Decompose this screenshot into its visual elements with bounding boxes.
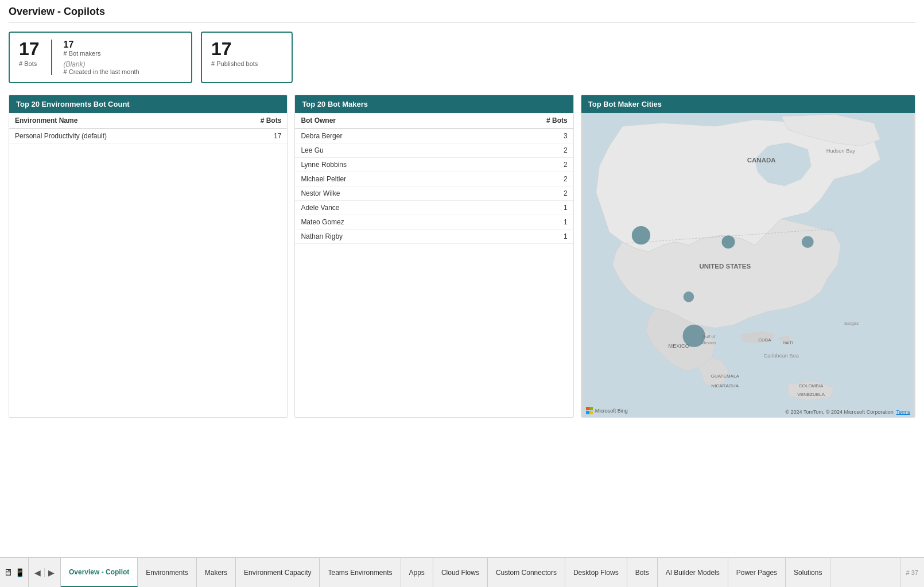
env-bots-header[interactable]: # Bots — [220, 113, 287, 129]
monitor-icon: 🖥 — [3, 567, 13, 578]
table-row: Debra Berger3 — [295, 129, 573, 143]
main-content: Overview - Copilots 17 # Bots 17 # Bot m… — [0, 0, 924, 557]
bing-sq-yellow — [589, 411, 593, 414]
table-row: Mateo Gomez1 — [295, 215, 573, 230]
map-dot-seattle — [632, 226, 650, 244]
svg-text:Caribbean Sea: Caribbean Sea — [763, 353, 799, 359]
maker-bots-cell: 2 — [472, 186, 573, 201]
maker-bots-cell: 3 — [472, 129, 573, 143]
bots-count-section: 17 # Bots — [19, 40, 52, 75]
map-dot-east — [802, 236, 814, 248]
tab-environments[interactable]: Environments — [138, 558, 196, 587]
maker-name-cell: Nathan Rigby — [295, 230, 472, 244]
map-dot-midwest — [721, 235, 735, 248]
tab-ai-builder-models[interactable]: AI Builder Models — [658, 558, 728, 587]
maker-name-cell: Debra Berger — [295, 129, 472, 143]
env-name-cell: Personal Productivity (default) — [9, 129, 220, 143]
table-row: Adele Vance1 — [295, 201, 573, 215]
tab-teams-environments[interactable]: Teams Environments — [320, 558, 401, 587]
maker-name-cell: Mateo Gomez — [295, 215, 472, 230]
bing-squares — [586, 407, 594, 415]
env-table: Environment Name # Bots Personal Product… — [9, 113, 287, 143]
svg-text:NICARAGUA: NICARAGUA — [711, 383, 739, 388]
svg-text:CUBA: CUBA — [758, 337, 771, 343]
map-dot-texas — [683, 291, 693, 302]
svg-text:MEXICO: MEXICO — [668, 343, 689, 349]
created-label: # Created in the last month — [64, 68, 139, 75]
table-row: Lynne Robbins2 — [295, 158, 573, 172]
makers-table: Bot Owner # Bots Debra Berger3Lee Gu2Lyn… — [295, 113, 573, 244]
maker-bots-cell: 1 — [472, 215, 573, 230]
tab-desktop-flows[interactable]: Desktop Flows — [565, 558, 627, 587]
svg-text:HAITI: HAITI — [783, 341, 793, 345]
tab-overview-copilot[interactable]: Overview - Copilot — [61, 558, 138, 587]
tab-custom-connectors[interactable]: Custom Connectors — [488, 558, 565, 587]
table-row: Michael Peltier2 — [295, 172, 573, 186]
bot-makers-panel: Top 20 Bot Makers Bot Owner # Bots Debra… — [294, 95, 573, 418]
tablet-icon: 📱 — [15, 568, 25, 577]
map-container: Caribbean Sea Gulf of Mexico CANADA Huds… — [581, 113, 915, 417]
table-row: Lee Gu2 — [295, 143, 573, 158]
nav-arrows: ◀ ▶ — [29, 558, 61, 587]
map-panel: Top Bot Maker Cities — [581, 95, 915, 418]
created-last-month-row: (Blank) # Created in the last month — [64, 60, 139, 75]
published-bots-number: 17 — [211, 40, 282, 58]
makers-bots-header[interactable]: # Bots — [472, 113, 573, 129]
maker-name-cell: Lee Gu — [295, 143, 472, 158]
bot-makers-label: # Bot makers — [64, 50, 139, 57]
maker-name-cell: Nestor Wilke — [295, 186, 472, 201]
map-attribution-right: © 2024 TomTom, © 2024 Microsoft Corporat… — [785, 409, 910, 415]
map-dot-mexico — [682, 325, 705, 347]
svg-text:COLOMBIA: COLOMBIA — [799, 383, 824, 388]
svg-text:VENEZUELA: VENEZUELA — [797, 392, 825, 397]
tab-power-pages[interactable]: Power Pages — [728, 558, 786, 587]
bots-label: # Bots — [19, 60, 40, 67]
tab-solutions[interactable]: Solutions — [786, 558, 830, 587]
svg-text:UNITED STATES: UNITED STATES — [699, 263, 751, 270]
maker-bots-cell: 1 — [472, 201, 573, 215]
bot-makers-number: 17 — [64, 40, 139, 50]
map-attribution: Microsoft Bing — [586, 407, 628, 415]
maker-bots-cell: 2 — [472, 158, 573, 172]
tab-cloud-flows[interactable]: Cloud Flows — [433, 558, 488, 587]
table-row: Nathan Rigby1 — [295, 230, 573, 244]
map-copyright: © 2024 TomTom, © 2024 Microsoft Corporat… — [785, 409, 893, 415]
svg-text:GUATEMALA: GUATEMALA — [711, 374, 740, 379]
bots-summary-card: 17 # Bots 17 # Bot makers (Blank) # Crea… — [9, 32, 192, 83]
map-svg: Caribbean Sea Gulf of Mexico CANADA Huds… — [581, 113, 915, 417]
bot-owner-header[interactable]: Bot Owner — [295, 113, 472, 129]
env-panel-header: Top 20 Environments Bot Count — [9, 95, 287, 113]
prev-tab-button[interactable]: ◀ — [31, 568, 45, 577]
page-title: Overview - Copilots — [9, 6, 915, 23]
tab-bots[interactable]: Bots — [627, 558, 658, 587]
table-row: Personal Productivity (default)17 — [9, 129, 287, 143]
bots-number: 17 — [19, 40, 40, 58]
tab-environment-capacity[interactable]: Environment Capacity — [236, 558, 320, 587]
next-tab-button[interactable]: ▶ — [45, 568, 58, 577]
maker-name-cell: Lynne Robbins — [295, 158, 472, 172]
env-bot-count-panel: Top 20 Environments Bot Count Environmen… — [9, 95, 288, 418]
tab-apps[interactable]: Apps — [401, 558, 433, 587]
published-bots-card: 17 # Published bots — [201, 32, 293, 83]
summary-row: 17 # Bots 17 # Bot makers (Blank) # Crea… — [9, 32, 915, 83]
svg-text:Hudson Bay: Hudson Bay — [826, 148, 856, 154]
bing-sq-green — [589, 407, 593, 410]
svg-text:CANADA: CANADA — [747, 157, 776, 164]
blank-label: (Blank) — [64, 60, 139, 68]
footer-page-info: # 37 — [900, 558, 924, 587]
table-row: Nestor Wilke2 — [295, 186, 573, 201]
bot-makers-row: 17 # Bot makers — [64, 40, 139, 57]
bing-label: Microsoft Bing — [595, 408, 628, 414]
footer-tabs: Overview - CopilotEnvironmentsMakersEnvi… — [61, 558, 900, 587]
footer-device-icons: 🖥 📱 — [0, 558, 29, 587]
env-bots-cell: 17 — [220, 129, 287, 143]
tab-makers[interactable]: Makers — [197, 558, 236, 587]
map-terms-link[interactable]: Terms — [896, 409, 911, 415]
makers-panel-header: Top 20 Bot Makers — [295, 95, 573, 113]
maker-name-cell: Michael Peltier — [295, 172, 472, 186]
footer: 🖥 📱 ◀ ▶ Overview - CopilotEnvironmentsMa… — [0, 557, 924, 587]
maker-bots-cell: 1 — [472, 230, 573, 244]
map-panel-header: Top Bot Maker Cities — [581, 95, 915, 113]
bot-makers-section: 17 # Bot makers (Blank) # Created in the… — [64, 40, 139, 75]
env-name-header[interactable]: Environment Name — [9, 113, 220, 129]
